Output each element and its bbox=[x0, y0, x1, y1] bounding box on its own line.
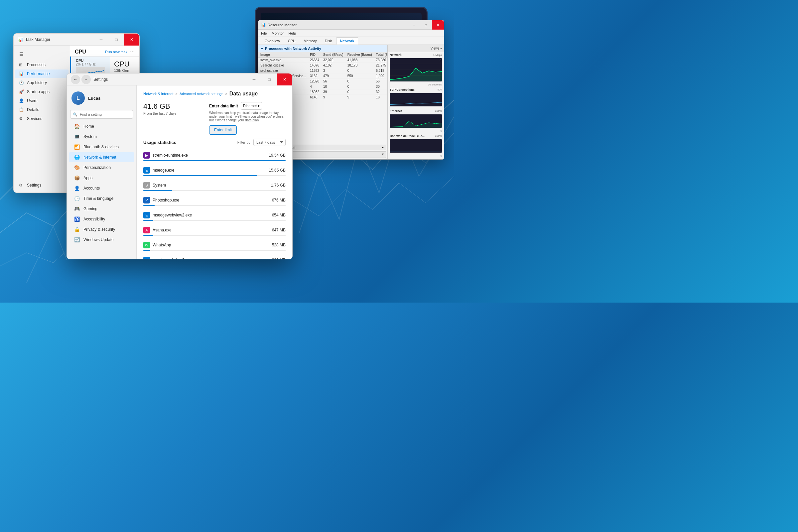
nav-buttons: ← → bbox=[71, 75, 91, 84]
sidebar-item-details[interactable]: 📋 Details bbox=[15, 106, 69, 114]
tab-disk[interactable]: Disk bbox=[321, 37, 336, 44]
filter-dropdown[interactable]: Last 7 days Last 30 days bbox=[253, 139, 286, 146]
sidebar-item-settings[interactable]: ⚙ Settings bbox=[15, 181, 69, 190]
sidebar-item-performance[interactable]: 📊 Performance bbox=[15, 70, 69, 78]
usage-list-item: E msedgewebview2.exe 654 MB bbox=[143, 209, 286, 224]
app-icon: S bbox=[143, 182, 150, 189]
sidebar-item-services[interactable]: ⚙ Services bbox=[15, 114, 69, 123]
tcp-chart-section: TCP Connections 500 bbox=[388, 87, 444, 108]
usage-list-item: S System 1.76 GB bbox=[143, 179, 286, 194]
col-pid[interactable]: PID bbox=[308, 52, 321, 58]
tab-cpu[interactable]: CPU bbox=[284, 37, 299, 44]
rm-close-btn[interactable]: ✕ bbox=[432, 20, 444, 30]
usage-bar-fill bbox=[143, 190, 172, 191]
usage-list-item: E msedgewebview2.exe 303 MB bbox=[143, 254, 286, 259]
settings-nav-home[interactable]: 🏠 Home bbox=[69, 121, 134, 131]
usage-bar-background bbox=[143, 175, 286, 176]
cell-pid: 14376 bbox=[308, 63, 321, 68]
app-name: Asana.exe bbox=[153, 228, 172, 232]
settings-nav-network[interactable]: 🌐 Network & internet bbox=[69, 152, 134, 162]
sidebar-item-app-history[interactable]: 🕐 App history bbox=[15, 78, 69, 87]
data-usage-header: 41.6 GB From the last 7 days Enter data … bbox=[143, 102, 286, 135]
settings-search-input[interactable] bbox=[70, 110, 133, 119]
usage-stats-label: Usage statistics bbox=[143, 140, 176, 145]
bluetooth-chart-section: Conexão de Rede Blue... 100% 0 bbox=[388, 133, 444, 158]
settings-nav-accounts[interactable]: 👤 Accounts bbox=[69, 183, 134, 193]
task-manager-settings-section: ⚙ Settings bbox=[14, 180, 70, 190]
settings-nav-gaming[interactable]: 🎮 Gaming bbox=[69, 204, 134, 214]
run-new-task-link[interactable]: Run new task bbox=[105, 50, 127, 54]
collapse-icon: ▾ bbox=[261, 46, 263, 51]
breadcrumb-network[interactable]: Network & internet bbox=[143, 92, 173, 96]
back-button[interactable]: ← bbox=[71, 75, 80, 84]
app-icon: E bbox=[143, 167, 150, 174]
minimize-button[interactable]: ─ bbox=[93, 34, 109, 45]
menu-help[interactable]: Help bbox=[288, 31, 296, 35]
tcp-label: TCP Connections bbox=[390, 88, 415, 92]
menu-file[interactable]: File bbox=[261, 31, 267, 35]
usage-list-item: W WhatsApp 528 MB bbox=[143, 239, 286, 254]
sidebar-item-users[interactable]: 👤 Users bbox=[15, 96, 69, 105]
maximize-button[interactable]: □ bbox=[109, 34, 124, 45]
settings-nav-time[interactable]: 🕐 Time & language bbox=[69, 193, 134, 204]
breadcrumb-advanced[interactable]: Advanced network settings bbox=[179, 92, 223, 96]
settings-nav-bluetooth[interactable]: 📶 Bluetooth & devices bbox=[69, 142, 134, 152]
table-row[interactable]: SearchHost.exe 14376 4,102 18,173 21,275 bbox=[258, 63, 387, 68]
cell-receive: 0 bbox=[345, 68, 374, 74]
search-icon: 🔍 bbox=[73, 112, 77, 117]
app-usage-amount: 528 MB bbox=[272, 243, 286, 247]
app-usage-amount: 19.54 GB bbox=[269, 153, 286, 158]
settings-nav-apps[interactable]: 📦 Apps bbox=[69, 173, 134, 183]
table-row[interactable]: svchost.exe 11362 3 0 5,218 bbox=[258, 68, 387, 74]
connection-dropdown[interactable]: Ethernet ▾ bbox=[241, 102, 262, 110]
cell-image: svchost.exe bbox=[258, 68, 308, 74]
sidebar-item-startup-apps[interactable]: 🚀 Startup apps bbox=[15, 88, 69, 96]
hamburger-icon[interactable]: ☰ bbox=[14, 48, 29, 60]
enter-limit-button[interactable]: Enter limit bbox=[209, 125, 237, 135]
network-activity-header[interactable]: ▾ Processes with Network Activity bbox=[258, 45, 387, 52]
gaming-icon: 🎮 bbox=[74, 206, 80, 211]
home-icon: 🏠 bbox=[74, 124, 80, 129]
app-usage-amount: 15.65 GB bbox=[269, 168, 286, 173]
tab-network[interactable]: Network bbox=[336, 37, 358, 44]
menu-monitor[interactable]: Monitor bbox=[272, 31, 284, 35]
settings-nav-personalization[interactable]: 🎨 Personalization bbox=[69, 163, 134, 173]
settings-maximize-btn[interactable]: □ bbox=[262, 74, 277, 86]
table-header-row: Image PID Send (B/sec) Receive (B/sec) T… bbox=[258, 52, 387, 58]
cell-total: 21,275 bbox=[374, 63, 387, 68]
app-icon: E bbox=[143, 257, 150, 259]
rm-maximize-btn[interactable]: □ bbox=[420, 20, 432, 30]
settings-nav-accessibility[interactable]: ♿ Accessibility bbox=[69, 214, 134, 224]
sidebar-item-processes[interactable]: ⊞ Processes bbox=[15, 60, 69, 69]
col-total[interactable]: Total (B/sec) bbox=[374, 52, 387, 58]
rm-minimize-btn[interactable]: ─ bbox=[408, 20, 420, 30]
network-icon: 🌐 bbox=[74, 155, 80, 160]
cell-pid: 3132 bbox=[308, 74, 321, 79]
more-options-icon[interactable]: ⋯ bbox=[130, 49, 135, 55]
usage-bar-fill bbox=[143, 250, 150, 251]
col-image[interactable]: Image bbox=[258, 52, 308, 58]
resource-monitor-tabs: Overview CPU Memory Disk Network bbox=[258, 37, 444, 45]
ethernet-label: Ethernet bbox=[390, 109, 402, 113]
usage-bar-background bbox=[143, 205, 286, 206]
breadcrumb: Network & internet > Advanced network se… bbox=[143, 91, 286, 97]
settings-nav-privacy[interactable]: 🔒 Privacy & security bbox=[69, 225, 134, 234]
views-button[interactable]: Views ▾ bbox=[431, 46, 442, 50]
usage-list: ▶ stremio-runtime.exe 19.54 GB E msedge.… bbox=[143, 149, 286, 259]
forward-button[interactable]: → bbox=[81, 75, 91, 84]
tab-overview[interactable]: Overview bbox=[261, 37, 284, 44]
bluetooth-label: Conexão de Rede Blue... bbox=[390, 134, 424, 138]
settings-nav-windows-update[interactable]: 🔄 Windows Update bbox=[69, 235, 134, 245]
settings-titlebar: ← → Settings ─ □ ✕ bbox=[67, 74, 292, 86]
settings-close-btn[interactable]: ✕ bbox=[277, 74, 292, 86]
close-button[interactable]: ✕ bbox=[124, 34, 139, 45]
app-name: msedgewebview2.exe bbox=[153, 258, 192, 259]
col-receive[interactable]: Receive (B/sec) bbox=[345, 52, 374, 58]
settings-nav-system[interactable]: 💻 System bbox=[69, 132, 134, 141]
resource-monitor-menu: File Monitor Help bbox=[258, 30, 444, 37]
table-row[interactable]: svcm_svc.exe 26684 32,070 41,088 73,986 bbox=[258, 58, 387, 63]
col-send[interactable]: Send (B/sec) bbox=[321, 52, 345, 58]
cell-pid: 26684 bbox=[308, 58, 321, 63]
tab-memory[interactable]: Memory bbox=[300, 37, 321, 44]
settings-minimize-btn[interactable]: ─ bbox=[246, 74, 262, 86]
